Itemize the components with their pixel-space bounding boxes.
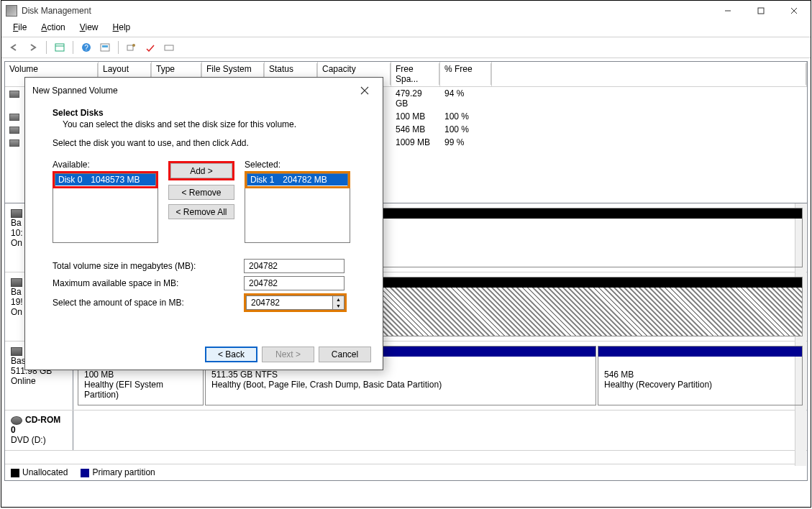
col-freespace[interactable]: Free Spa...	[391, 62, 440, 86]
disk-icon	[11, 347, 22, 356]
highlight-selected: Disk 1 204782 MB	[245, 171, 350, 188]
toolbar-icon[interactable]	[160, 40, 178, 55]
disk-label-panel: CD-ROM 0 DVD (D:)	[5, 411, 73, 450]
close-button[interactable]	[777, 1, 811, 21]
next-button[interactable]: Next >	[262, 347, 314, 362]
dialog-title: New Spanned Volume	[32, 86, 354, 96]
legend-primary: Primary partition	[92, 467, 155, 477]
space-amount-label: Select the amount of space in MB:	[53, 298, 244, 308]
svg-point-8	[132, 44, 135, 47]
legend-swatch-primary	[81, 469, 89, 477]
highlight-add: Add >	[168, 161, 234, 180]
toolbar-icon[interactable]	[51, 40, 68, 55]
toolbar-icon[interactable]	[142, 40, 159, 55]
cdrom-graph	[73, 411, 807, 450]
toolbar-icon[interactable]	[123, 40, 140, 55]
menu-action[interactable]: Action	[35, 21, 70, 34]
menu-file[interactable]: File	[7, 21, 32, 34]
legend-swatch-unallocated	[11, 469, 19, 477]
back-icon[interactable]	[6, 40, 23, 55]
svg-rect-6	[102, 45, 108, 47]
disk-icon	[11, 278, 22, 287]
max-space-value: 204782	[244, 276, 345, 290]
available-listbox-body[interactable]	[53, 188, 158, 243]
minimize-button[interactable]	[711, 1, 744, 21]
partition-status: Healthy (Boot, Page File, Crash Dump, Ba…	[211, 380, 590, 390]
svg-rect-1	[55, 44, 64, 51]
legend-unallocated: Unallocated	[22, 467, 68, 477]
max-space-label: Maximum available space in MB:	[53, 278, 244, 288]
available-disk-item[interactable]: Disk 0 1048573 MB	[55, 174, 155, 185]
svg-rect-9	[165, 45, 173, 50]
partition-status: Healthy (Recovery Partition)	[604, 380, 796, 390]
new-spanned-volume-dialog: New Spanned Volume Select Disks You can …	[24, 77, 383, 370]
forward-icon[interactable]	[24, 40, 42, 55]
volume-icon	[9, 139, 19, 147]
selected-disk-item[interactable]: Disk 1 204782 MB	[247, 174, 347, 185]
total-volume-size-value: 204782	[244, 259, 345, 273]
cdrom-icon	[11, 416, 22, 425]
titlebar: Disk Management	[1, 1, 811, 21]
help-icon[interactable]: ?	[78, 40, 95, 55]
back-button[interactable]: < Back	[205, 347, 257, 362]
col-percentfree[interactable]: % Free	[440, 62, 492, 86]
toolbar-icon[interactable]	[96, 40, 114, 55]
legend: Unallocated Primary partition	[5, 464, 795, 480]
partition-status: Healthy (EFI System Partition)	[84, 380, 197, 400]
disk-state: Online	[11, 376, 67, 386]
partition-size: 100 MB	[84, 370, 197, 380]
dialog-subtext: You can select the disks and set the dis…	[63, 119, 355, 129]
partition-desc: 511.35 GB NTFS	[211, 370, 590, 380]
total-volume-size-label: Total volume size in megabytes (MB):	[53, 261, 244, 271]
dialog-close-button[interactable]	[354, 82, 375, 99]
col-spacer	[492, 62, 807, 86]
svg-text:?: ?	[84, 44, 88, 52]
toolbar: ?	[1, 37, 811, 58]
add-button[interactable]: Add >	[170, 163, 232, 178]
partition-size: 546 MB	[604, 370, 796, 380]
selected-listbox[interactable]: Disk 1 204782 MB	[247, 173, 348, 186]
highlight-available: Disk 0 1048573 MB	[53, 171, 158, 188]
selected-listbox-body[interactable]	[245, 188, 350, 243]
partition-bar	[598, 347, 802, 357]
disk-icon	[11, 209, 22, 218]
app-icon	[6, 5, 17, 17]
menu-view[interactable]: View	[74, 21, 104, 34]
spinner-up-icon[interactable]: ▲	[333, 296, 344, 303]
cancel-button[interactable]: Cancel	[319, 347, 371, 362]
partition[interactable]: 546 MB Healthy (Recovery Partition)	[598, 357, 802, 393]
volume-icon	[9, 127, 19, 134]
spinner-down-icon[interactable]: ▼	[333, 303, 344, 309]
menubar: File Action View Help	[1, 21, 811, 37]
remove-button[interactable]: < Remove	[168, 185, 234, 200]
available-label: Available:	[53, 160, 158, 170]
svg-rect-7	[127, 45, 133, 50]
volume-icon	[9, 114, 19, 121]
svg-rect-0	[758, 8, 764, 14]
highlight-space-input: ▲ ▼	[244, 293, 347, 312]
cdrom-desc: DVD (D:)	[11, 435, 67, 445]
dialog-heading: Select Disks	[53, 108, 355, 118]
space-amount-input[interactable]	[246, 295, 332, 310]
volume-icon	[9, 91, 19, 98]
remove-all-button[interactable]: < Remove All	[168, 204, 234, 219]
dialog-instruction: Select the disk you want to use, and the…	[53, 138, 355, 148]
window-title: Disk Management	[22, 6, 711, 16]
selected-label: Selected:	[245, 160, 350, 170]
maximize-button[interactable]	[744, 1, 777, 21]
menu-help[interactable]: Help	[107, 21, 137, 34]
available-listbox[interactable]: Disk 0 1048573 MB	[55, 173, 156, 186]
